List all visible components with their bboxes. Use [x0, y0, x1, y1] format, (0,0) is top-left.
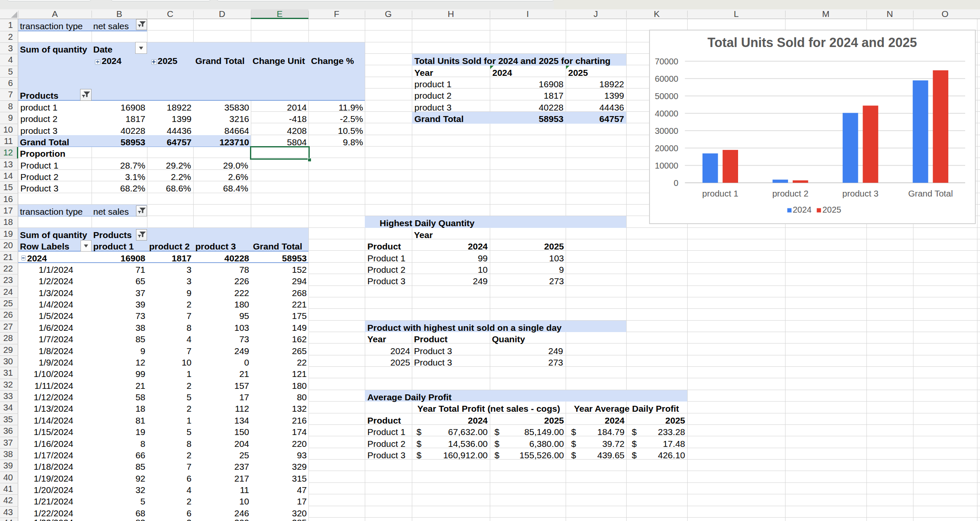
svg-text:Grand Total: Grand Total: [908, 188, 953, 198]
svg-text:30000: 30000: [655, 126, 678, 136]
svg-text:Total Units Sold for 2024 and: Total Units Sold for 2024 and 2025: [708, 35, 917, 50]
svg-text:70000: 70000: [655, 57, 678, 66]
svg-text:60000: 60000: [655, 74, 678, 83]
svg-text:0: 0: [674, 178, 678, 188]
svg-text:10000: 10000: [655, 161, 678, 170]
svg-text:2025: 2025: [822, 205, 841, 214]
svg-text:product 3: product 3: [842, 188, 878, 198]
svg-text:2024: 2024: [793, 205, 812, 214]
svg-text:product 2: product 2: [772, 188, 808, 198]
svg-text:20000: 20000: [655, 144, 678, 153]
svg-text:40000: 40000: [655, 109, 678, 118]
svg-text:product 1: product 1: [702, 188, 738, 198]
svg-text:50000: 50000: [655, 91, 678, 101]
